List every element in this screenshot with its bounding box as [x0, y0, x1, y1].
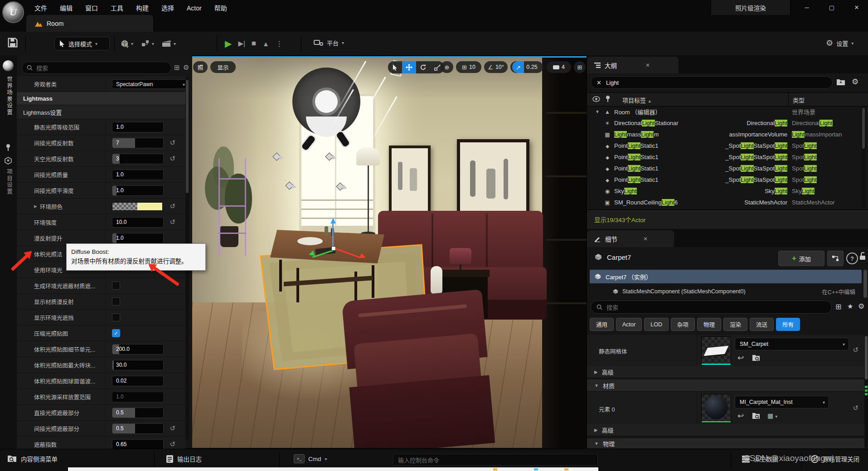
outliner-row[interactable]: ▼ PointLightStatic1_SpotLightStaSpotLigh… [587, 140, 859, 151]
favorites-icon[interactable]: ★ [847, 302, 853, 311]
filter-pill[interactable]: 流送 [750, 318, 774, 331]
menu-item[interactable]: 构建 [130, 0, 155, 15]
spotlight-gizmo-icon[interactable] [286, 181, 297, 191]
rotation-snap-toggle[interactable]: ∠10° [484, 61, 508, 73]
value-field[interactable]: 1.0 [112, 185, 164, 196]
material-options-icon[interactable]: ▦ ▾ [767, 412, 777, 419]
menu-item[interactable]: 帮助 [208, 0, 233, 15]
details-tree-scrollbar[interactable] [863, 270, 867, 298]
settings-row[interactable]: ▶ 体积光源采样放置范围 1.0 ▾ ✓ ↺ [17, 389, 185, 405]
help-icon[interactable]: ? [846, 252, 858, 264]
settings-dropdown[interactable]: ⚙ 设置 ▾ [826, 38, 853, 48]
settings-row[interactable]: ▶ 压缩光照贴图 ▾ ✓ ↺ [17, 325, 185, 341]
value-field[interactable]: 0.02 [112, 376, 164, 386]
cinematics-dropdown[interactable]: ▾ [161, 38, 176, 49]
filter-pill[interactable]: 所有 [776, 318, 800, 331]
scene-armchair[interactable] [342, 289, 495, 448]
use-selected-asset-icon[interactable]: ↩ [737, 411, 744, 421]
close-icon[interactable]: ✕ [645, 62, 650, 68]
menu-item[interactable]: 编辑 [53, 0, 79, 15]
move-tool-button[interactable] [402, 61, 416, 73]
world-settings-search[interactable]: 搜索 [22, 62, 171, 74]
details-settings-icon[interactable]: ⚙ [858, 302, 864, 311]
settings-row[interactable]: ▶ Lightmass ▾ ✓ ↺ [17, 92, 185, 105]
reset-to-default-icon[interactable]: ↺ [853, 404, 858, 412]
value-field[interactable]: 3 [112, 154, 164, 164]
filter-pill[interactable]: 杂项 [671, 318, 695, 331]
minimize-button[interactable]: ─ [795, 0, 818, 15]
settings-row[interactable]: ▶ 间接光照质量 1.0 ▾ ✓ ↺ [17, 167, 185, 183]
static-mesh-thumbnail[interactable] [701, 336, 731, 365]
camera-speed-button[interactable]: 4 [547, 61, 571, 73]
outliner-row[interactable]: ▼ SM_RoundCeilingLight6StaticMeshActor S… [587, 197, 859, 208]
settings-row[interactable]: ▶ 体积光照贴图球面谐波... 0.02 ▾ ✓ ↺ [17, 373, 185, 389]
expander-icon[interactable]: ▼ [595, 109, 600, 114]
photoreal-render-button[interactable]: 照片级渲染 [711, 0, 790, 15]
advanced-section-2-collapsed[interactable]: ▶高级 [587, 424, 868, 436]
value-field[interactable]: 7 [112, 138, 164, 148]
settings-row[interactable]: ▶ 间接光照反射数 7 ▾ ✓ ↺ [17, 135, 185, 151]
platform-dropdown[interactable]: 平台 ▾ [313, 38, 344, 47]
checkbox[interactable]: ✓ [112, 282, 120, 290]
checkbox[interactable]: ✓ [112, 297, 120, 306]
sidebar-tab-world-settings[interactable]: 世界场景设置 [5, 76, 14, 116]
filter-pill[interactable]: LOD [644, 318, 669, 331]
stop-button[interactable]: ■ [252, 39, 256, 48]
eject-button[interactable]: ▲ [262, 40, 269, 48]
filter-pill[interactable]: 通用 [590, 318, 614, 331]
scene-picture-frame-1[interactable] [389, 146, 431, 219]
edit-blueprint-button[interactable] [827, 251, 844, 266]
browse-to-asset-icon[interactable] [752, 354, 761, 361]
unlock-icon[interactable] [859, 252, 866, 261]
outliner-row[interactable]: ▼ PointLightStatic1_SpotLightStaSpotLigh… [587, 151, 859, 163]
outliner-row[interactable]: ▼ PointLightStatic1_SpotLightStaSpotLigh… [587, 163, 859, 174]
outliner-scrollbar[interactable] [862, 107, 865, 208]
value-dropdown[interactable]: SpectatorPawn▾ [112, 79, 188, 89]
display-options-icon[interactable]: ⊞ [835, 302, 841, 311]
details-search[interactable]: 搜索 [591, 301, 832, 314]
filter-pill[interactable]: Actor [616, 318, 642, 331]
scale-snap-toggle[interactable]: ↗ 0.25 [510, 61, 543, 73]
instance-row-selected[interactable]: Carpet7 （实例） [590, 270, 862, 283]
show-flags-button[interactable]: 显示 [210, 61, 236, 73]
reset-to-default-icon[interactable]: ↺ [170, 155, 175, 163]
menu-item[interactable]: 窗口 [79, 0, 104, 15]
tab-outliner[interactable]: 大纲 ✕ [587, 57, 679, 73]
rotate-tool-button[interactable] [416, 61, 430, 73]
details-scrollbar[interactable] [864, 335, 868, 448]
value-field[interactable]: 1.0 [112, 392, 164, 402]
outliner-row[interactable]: ▼ SkyLightSkyLight SkyLight [587, 185, 859, 197]
value-field[interactable]: 0.5 [112, 423, 164, 434]
settings-row[interactable]: ▶ 显示材质漫反射 ▾ ✓ ↺ [17, 294, 185, 310]
gear-icon[interactable]: ⚙ [183, 63, 189, 72]
add-component-button[interactable]: +添加 [778, 251, 824, 266]
use-selected-asset-icon[interactable]: ↩ [737, 353, 744, 363]
checkbox[interactable]: ✓ [112, 313, 120, 321]
cmd-dropdown[interactable]: >_ Cmd ▾ [294, 454, 327, 463]
visibility-column-icon[interactable] [592, 96, 600, 102]
blueprints-dropdown[interactable]: ▾ [141, 38, 154, 49]
material-asset-dropdown[interactable]: MI_Carptet_Mat_Inst▾ [735, 396, 829, 408]
clear-search-icon[interactable]: ✕ [596, 79, 601, 86]
settings-row[interactable]: ▶ 体积光照贴图细节单元... 200.0 ▾ ✓ ↺ [17, 341, 185, 357]
outliner-row[interactable]: ▼ DirectionalLightStationarDirectionalLi… [587, 117, 859, 129]
reset-to-default-icon[interactable]: ↺ [853, 346, 858, 354]
world-space-toggle[interactable]: ⊕ [441, 61, 453, 73]
add-actor-dropdown[interactable]: +▾ [120, 38, 133, 49]
value-field[interactable]: 1.0 [112, 170, 164, 180]
close-icon[interactable]: ✕ [643, 236, 648, 242]
output-log-button[interactable]: 输出日志 [166, 454, 202, 463]
outliner-row[interactable]: ▼ Room （编辑器） 世界场景 [587, 106, 859, 117]
maximize-button[interactable]: ▢ [820, 0, 843, 15]
value-field[interactable]: 10.0 [112, 217, 164, 228]
select-mode-dropdown[interactable]: 选择模式 ▾ [54, 37, 110, 50]
label-column-header[interactable]: 项目标签 ▲ [622, 96, 652, 104]
material-thumbnail[interactable] [701, 394, 731, 423]
value-field[interactable]: 0.65 [112, 439, 164, 450]
content-drawer-button[interactable]: 内容侧滑菜单 [7, 454, 58, 463]
reset-to-default-icon[interactable]: ↺ [170, 440, 175, 448]
value-field[interactable]: 1.0 [112, 122, 164, 132]
value-field[interactable]: 1.0 [112, 233, 164, 243]
settings-row[interactable]: ▶ 环境颜色 ▾ ✓ ↺ [17, 199, 185, 214]
outliner-settings-icon[interactable]: ⚙ [852, 77, 858, 87]
